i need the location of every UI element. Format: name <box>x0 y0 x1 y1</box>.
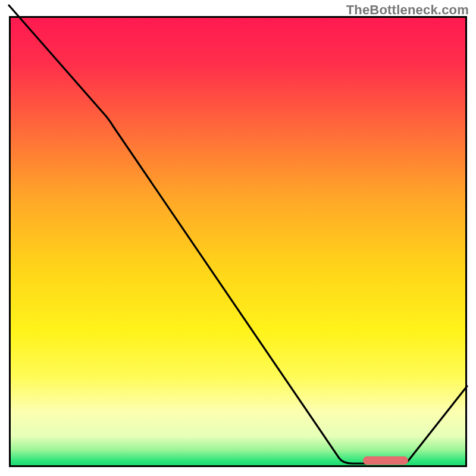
chart-stage: TheBottleneck.com <box>0 0 476 476</box>
watermark-text: TheBottleneck.com <box>346 2 469 18</box>
optimal-range-marker <box>363 456 408 465</box>
bottleneck-curve <box>0 0 476 476</box>
